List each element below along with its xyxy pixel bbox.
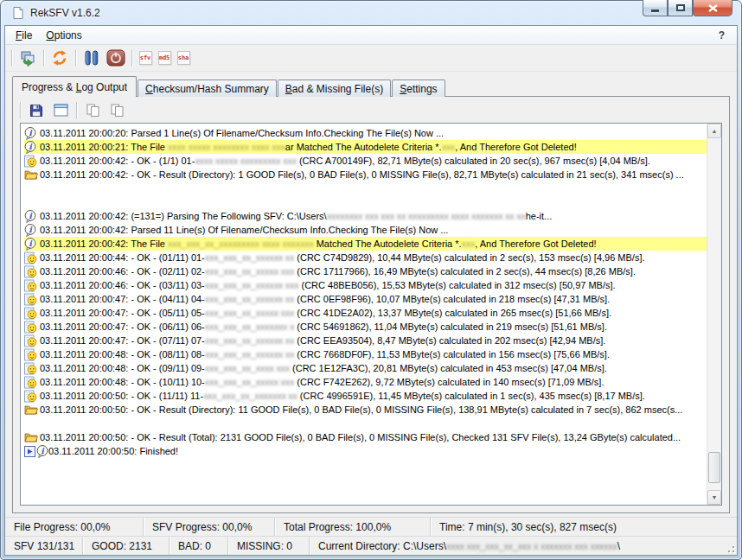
log-text: (CRC 0EF98F96), 10,07 MByte(s) calculate… (294, 294, 610, 304)
toolbar-separator (131, 49, 132, 67)
open-directory-button[interactable] (16, 48, 39, 68)
log-line-text: 03.11.2011 20:00:50: - OK - Result (Dire… (40, 404, 682, 415)
menu-file[interactable]: File (9, 27, 39, 44)
app-window: RekSFV v1.6.2 FileOptions ? sfvmd5sha Pr… (0, 0, 742, 560)
log-line[interactable] (24, 417, 707, 430)
log-text: 03.11.2011 20:00:48: - OK - (09/11) 09- (40, 363, 205, 373)
log-line[interactable]: 03.11.2011 20:00:48: - OK - (08/11) 08-x… (24, 347, 707, 361)
status-segment: MISSING: 0 (228, 537, 310, 555)
tab-bad-missing-files[interactable]: Bad & Missing File(s) (278, 80, 391, 97)
log-text: SFV 131/131 (14, 540, 74, 552)
titlebar[interactable]: RekSFV v1.6.2 (1, 1, 741, 25)
log-text: (CRC A700149F), 82,71 MByte(s) calculate… (297, 156, 650, 166)
log-line[interactable]: 03.11.2011 20:00:46: - OK - (02/11) 02-x… (24, 264, 707, 278)
menubar: FileOptions ? (5, 26, 737, 45)
log-line[interactable]: 03.11.2011 20:00:47: - OK - (04/11) 04-x… (24, 292, 707, 306)
maximize-button[interactable] (668, 0, 693, 16)
info-icon: i (24, 141, 40, 154)
resize-grip[interactable] (725, 537, 737, 555)
log-line[interactable]: 03.11.2011 20:00:48: - OK - (10/11) 10-x… (24, 375, 707, 389)
window-title: RekSFV v1.6.2 (30, 7, 100, 19)
folder-icon (24, 169, 40, 181)
log-line[interactable]: 03.11.2011 20:00:46: - OK - (03/11) 03-x… (24, 278, 707, 292)
log-line-text: 03.11.2011 20:00:20: Parsed 1 Line(s) Of… (40, 128, 444, 138)
copy-log-button[interactable] (81, 100, 104, 121)
log-line[interactable]: i03.11.2011 20:00:42: (=131=) Parsing Th… (24, 209, 707, 223)
tab-settings[interactable]: Settings (392, 80, 445, 97)
close-button[interactable] (693, 0, 732, 16)
copy-icon (86, 103, 100, 118)
scrollbar-track[interactable] (707, 138, 721, 490)
file-ok-icon (24, 293, 40, 306)
menu-options[interactable]: Options (39, 27, 88, 44)
scrollbar-down-button[interactable]: ▼ (707, 490, 721, 505)
log-line-text: 03.11.2011 20:00:42: - OK - Result (Dire… (40, 169, 684, 180)
status-bar-totals: SFV 131/131GOOD: 2131BAD: 0MISSING: 0Cur… (5, 536, 737, 555)
info-icon: i (24, 210, 40, 223)
create-sfv-button[interactable]: sfv (137, 48, 154, 68)
stop-button[interactable] (105, 48, 127, 68)
log-line[interactable]: 03.11.2011 20:00:42: - OK - Result (Dire… (24, 168, 707, 181)
redacted-text: xxx_xxx_xx_xxxxx xxx (205, 377, 294, 387)
status-segment: GOOD: 2131 (83, 537, 170, 555)
help-menu[interactable]: ? (710, 29, 733, 41)
log-text: File Progress: 00,0% (14, 521, 110, 533)
log-line[interactable]: i03.11.2011 20:00:42: Parsed 11 Line(s) … (24, 223, 707, 237)
scrollbar-up-button[interactable]: ▲ (707, 124, 721, 138)
tab-strip: Progress & Log OutputChecksum/Hash Summa… (5, 72, 737, 97)
log-line[interactable]: 03.11.2011 20:00:44: - OK - (01/11) 01-x… (24, 251, 707, 264)
create-sha-button[interactable]: sha (175, 48, 192, 68)
log-line[interactable]: 03.11.2011 20:00:50: - OK - Result (Dire… (24, 403, 707, 417)
refresh-button[interactable] (48, 48, 71, 68)
pause-button[interactable] (80, 48, 103, 68)
log-text: SFV Progress: 00,0% (152, 521, 252, 533)
log-line[interactable] (24, 195, 707, 209)
log-scrollbar[interactable]: ▲ ▼ (707, 124, 721, 505)
log-text: 03.11.2011 20:00:42: (=131=) Parsing The… (40, 211, 327, 221)
file-ok-icon (24, 279, 40, 292)
log-output-list[interactable]: i03.11.2011 20:00:20: Parsed 1 Line(s) O… (20, 123, 722, 506)
log-line[interactable]: 03.11.2011 20:00:47: - OK - (07/11) 07-x… (24, 334, 707, 347)
log-line[interactable] (24, 181, 707, 195)
power-icon (106, 49, 125, 67)
save-log-button[interactable] (25, 100, 48, 121)
main-toolbar: sfvmd5sha (5, 45, 737, 72)
log-line-text: 03.11.2011 20:00:21: The File xxxx xxxxx… (40, 142, 577, 152)
log-text: , And Therefore Got Deleted! (475, 239, 596, 249)
log-line-text: 03.11.2011 20:00:44: - OK - (01/11) 01-x… (40, 252, 645, 263)
log-text: (CRC EEA93504), 8,47 MByte(s) calculated… (294, 335, 605, 346)
log-line-text: 03.11.2011 20:00:46: - OK - (02/11) 02-x… (40, 266, 636, 277)
log-line-text: 03.11.2011 20:00:50: - OK - Result (Tota… (40, 432, 681, 442)
log-text: 03.11.2011 20:00:42: - OK - (1/1) 01- (40, 156, 195, 166)
log-line-text: 03.11.2011 20:00:42: The File xxx_xxx_xx… (40, 239, 597, 249)
copy-all-log-button[interactable] (106, 100, 128, 121)
toolbar-separator (75, 49, 76, 67)
log-line[interactable]: 03.11.2011 20:00:47: - OK - (06/11) 06-x… (24, 320, 707, 334)
log-line[interactable]: 03.11.2011 20:00:50: - OK - Result (Tota… (24, 430, 707, 444)
log-line[interactable]: i03.11.2011 20:00:21: The File xxxx xxxx… (24, 140, 707, 154)
scrollbar-thumb[interactable] (708, 452, 720, 483)
status-segment: SFV Progress: 00,0% (144, 518, 275, 536)
file-ok-icon (24, 155, 40, 168)
minimize-button[interactable] (643, 0, 668, 16)
log-window-button[interactable] (49, 100, 72, 121)
client-area: FileOptions ? sfvmd5sha Progress & Log O… (4, 25, 738, 556)
log-line[interactable]: 03.11.2011 20:00:47: - OK - (05/11) 05-x… (24, 306, 707, 320)
log-text: 03.11.2011 20:00:46: - OK - (02/11) 02- (40, 266, 205, 277)
log-line[interactable]: i03.11.2011 20:00:50: Finished! (24, 444, 707, 458)
minimize-icon (651, 10, 659, 12)
tab-progress-log-output[interactable]: Progress & Log Output (12, 76, 137, 97)
app-icon (11, 6, 25, 20)
redacted-text: xxx_xxx_xx_xxxxxxx x (205, 321, 294, 332)
tab-checksum-hash-summary[interactable]: Checksum/Hash Summary (138, 80, 277, 97)
log-text: GOOD: 2131 (92, 540, 152, 552)
redacted-text: xxx_xxx_xx_xxxxxx xx (205, 252, 294, 263)
log-line[interactable]: 03.11.2011 20:00:42: - OK - (1/1) 01-xxx… (24, 154, 707, 168)
create-md5-button[interactable]: md5 (156, 48, 173, 68)
log-line[interactable]: 03.11.2011 20:00:50: - OK - (11/11) 11-x… (24, 389, 707, 403)
log-text: 03.11.2011 20:00:48: - OK - (08/11) 08- (40, 349, 205, 360)
log-line[interactable]: i03.11.2011 20:00:42: The File xxx_xxx_x… (24, 237, 707, 251)
log-line[interactable]: 03.11.2011 20:00:48: - OK - (09/11) 09-x… (24, 361, 707, 375)
redacted-text: xxxx xxxxx xxxxxxxx xxxx xxx (168, 142, 285, 152)
log-line[interactable]: i03.11.2011 20:00:20: Parsed 1 Line(s) O… (24, 126, 707, 140)
